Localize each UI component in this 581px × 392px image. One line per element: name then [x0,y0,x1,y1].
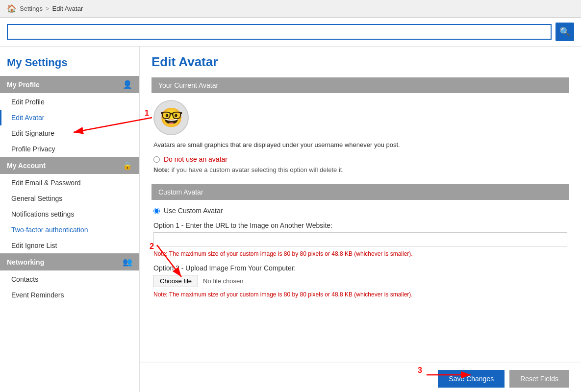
account-lock-icon: 🔒 [123,161,132,170]
sidebar-item-contacts[interactable]: Contacts [0,271,139,287]
sidebar-item-edit-avatar[interactable]: Edit Avatar [0,110,139,125]
no-avatar-note: Note: if you have a custom avatar select… [153,166,567,173]
avatar-emoji: 🤓 [160,107,183,128]
networking-label: Networking [7,258,44,266]
sidebar-item-edit-signature[interactable]: Edit Signature [0,125,139,141]
choose-file-button[interactable]: Choose file [153,275,198,287]
sidebar-item-notifications-settings[interactable]: Notifications settings [0,206,139,222]
main-layout: My Settings My Profile 👤 Edit Profile Ed… [0,47,581,392]
current-avatar-body: 🤓 Avatars are small graphics that are di… [152,100,569,184]
my-profile-label: My Profile [7,81,40,89]
search-button[interactable]: 🔍 [556,23,574,41]
search-bar: 🔍 [0,18,581,47]
sidebar-section-my-profile: My Profile 👤 [0,76,139,93]
sidebar-item-edit-ignore-list[interactable]: Edit Ignore List [0,238,139,253]
no-file-text: No file chosen [203,277,243,285]
custom-avatar-header: Custom Avatar [152,184,569,200]
sidebar-item-general-settings[interactable]: General Settings [0,191,139,206]
note-text: if you have a custom avatar selecting th… [172,166,344,173]
note-prefix: Note: [153,166,170,173]
option2-label: Option 2 - Upload Image From Your Comput… [153,264,567,272]
content-area: Edit Avatar Your Current Avatar 🤓 Avatar… [140,47,581,363]
sidebar-item-profile-privacy[interactable]: Profile Privacy [0,141,139,157]
size-note-1: Note: The maximum size of your custom im… [153,250,567,257]
use-custom-label[interactable]: Use Custom Avatar [164,207,223,215]
use-custom-radio[interactable] [153,208,160,214]
avatar-image: 🤓 [153,100,189,135]
networking-icon: 👥 [123,257,132,267]
home-icon: 🏠 [7,4,17,13]
search-icon: 🔍 [559,26,570,37]
size-note-2: Note: The maximum size of your custom im… [153,291,567,298]
sidebar: My Settings My Profile 👤 Edit Profile Ed… [0,47,140,392]
upload-row: Choose file No file chosen [153,275,567,287]
option1-label: Option 1 - Enter the URL to the Image on… [153,221,567,229]
search-input[interactable] [7,24,552,40]
reset-fields-button[interactable]: Reset Fields [509,370,569,388]
avatar-description: Avatars are small graphics that are disp… [153,141,567,148]
my-account-label: My Account [7,162,46,170]
url-input[interactable] [153,232,567,246]
no-avatar-label[interactable]: Do not use an avatar [164,155,227,163]
breadcrumb: 🏠 Settings > Edit Avatar [0,0,581,18]
profile-icon: 👤 [123,80,132,89]
two-factor-link[interactable]: Two-factor authentication [11,226,88,234]
breadcrumb-current: Edit Avatar [52,5,83,12]
sidebar-item-edit-profile[interactable]: Edit Profile [0,94,139,110]
sidebar-section-my-account: My Account 🔒 [0,157,139,174]
use-custom-row: Use Custom Avatar [153,207,567,215]
sidebar-item-event-reminders[interactable]: Event Reminders [0,287,139,303]
no-avatar-radio[interactable] [153,156,160,163]
sidebar-item-edit-email-password[interactable]: Edit Email & Password [0,175,139,191]
sidebar-title: My Settings [0,51,139,76]
current-avatar-header: Your Current Avatar [152,77,569,93]
breadcrumb-chevron: > [46,5,50,12]
save-changes-button[interactable]: Save Changes [438,370,505,388]
sidebar-divider [0,305,139,305]
breadcrumb-settings[interactable]: Settings [20,5,43,12]
no-avatar-row: Do not use an avatar [153,155,567,163]
sidebar-item-two-factor[interactable]: Two-factor authentication [0,222,139,238]
action-bar: Save Changes Reset Fields [140,363,581,392]
page-title: Edit Avatar [152,54,569,70]
sidebar-section-networking: Networking 👥 [0,253,139,270]
custom-avatar-body: Use Custom Avatar Option 1 - Enter the U… [152,207,569,313]
